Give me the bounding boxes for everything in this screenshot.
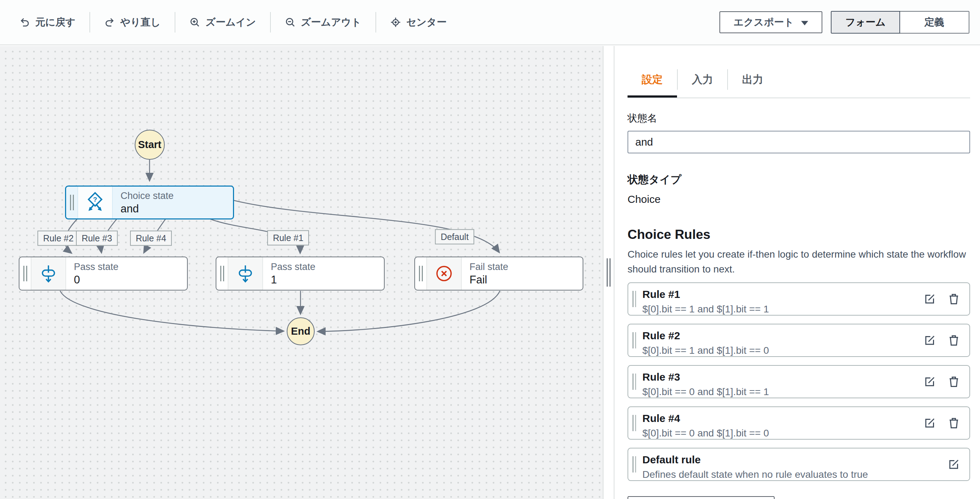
rule-name: Default rule — [643, 455, 906, 465]
start-label: Start — [138, 139, 161, 151]
edit-rule-button[interactable] — [923, 334, 936, 347]
edit-icon — [923, 417, 936, 429]
node-name: 1 — [271, 274, 315, 285]
node-type-label: Fail state — [469, 262, 508, 272]
center-button[interactable]: センター — [376, 10, 461, 35]
rule-name: Rule #4 — [643, 413, 906, 424]
rule-name: Rule #3 — [643, 372, 906, 382]
default-rule-card: Default rule Defines default state when … — [627, 448, 970, 481]
export-label: エクスポート — [733, 16, 794, 29]
view-definition-button[interactable]: 定義 — [900, 11, 969, 33]
pass-icon — [228, 257, 263, 290]
toolbar-right: エクスポート フォーム 定義 — [719, 11, 969, 33]
drag-handle[interactable] — [415, 257, 426, 290]
undo-icon — [19, 17, 30, 27]
delete-rule-button[interactable] — [948, 375, 960, 388]
tab-settings[interactable]: 設定 — [627, 62, 677, 97]
rule-condition: $[0].bit == 0 and $[1].bit == 1 — [643, 387, 906, 397]
view-toggle: フォーム 定義 — [831, 11, 969, 33]
delete-rule-button[interactable] — [948, 334, 960, 347]
zoom-out-icon — [285, 17, 296, 27]
pass-state-1-node[interactable]: Pass state 1 — [216, 257, 385, 291]
edit-icon — [948, 458, 960, 471]
state-type-value: Choice — [627, 193, 970, 205]
start-node: Start — [135, 130, 165, 160]
rule-drag-handle[interactable] — [633, 456, 636, 472]
state-name-label: 状態名 — [627, 112, 970, 125]
toolbar: 元に戻す やり直し — [0, 0, 980, 45]
caret-down-icon — [801, 17, 808, 28]
trash-icon — [948, 417, 960, 429]
state-type-label: 状態タイプ — [627, 172, 970, 187]
edit-icon — [923, 375, 936, 388]
rule-card-2: Rule #2 $[0].bit == 1 and $[1].bit == 0 — [627, 324, 970, 357]
node-type-label: Pass state — [271, 262, 315, 272]
edit-rule-button[interactable] — [923, 375, 936, 388]
edge-label-rule2: Rule #2 — [38, 231, 79, 246]
workflow-canvas[interactable]: Start End ? Choice state and — [0, 46, 603, 499]
fail-icon — [426, 257, 462, 290]
view-form-button[interactable]: フォーム — [831, 11, 900, 33]
rule-card-1: Rule #1 $[0].bit == 1 and $[1].bit == 1 — [627, 282, 970, 316]
rule-drag-handle[interactable] — [633, 373, 636, 390]
tab-input[interactable]: 入力 — [678, 62, 727, 97]
drag-handle[interactable] — [19, 257, 31, 290]
trash-icon — [948, 375, 960, 388]
redo-label: やり直し — [120, 16, 161, 29]
edge-label-rule1: Rule #1 — [267, 230, 309, 246]
rule-name: Rule #1 — [643, 289, 906, 300]
svg-text:?: ? — [93, 196, 97, 203]
edit-icon — [923, 334, 936, 347]
edit-rule-button[interactable] — [923, 292, 936, 305]
zoom-in-button[interactable]: ズームイン — [175, 10, 270, 35]
drag-handle[interactable] — [216, 257, 228, 290]
choice-rules-title: Choice Rules — [627, 227, 970, 242]
trash-icon — [948, 292, 960, 305]
redo-button[interactable]: やり直し — [90, 10, 175, 35]
zoom-out-label: ズームアウト — [301, 16, 361, 29]
edit-rule-button[interactable] — [948, 458, 960, 471]
edge-label-rule4: Rule #4 — [130, 231, 172, 246]
fail-state-node[interactable]: Fail state Fail — [414, 257, 583, 291]
splitter-drag-handle[interactable] — [607, 258, 611, 287]
end-node: End — [287, 317, 315, 345]
undo-label: 元に戻す — [35, 16, 75, 29]
redo-icon — [104, 17, 115, 27]
rule-condition: $[0].bit == 1 and $[1].bit == 1 — [643, 304, 906, 314]
edge-label-default: Default — [435, 229, 474, 245]
state-name-input[interactable] — [627, 131, 970, 153]
choice-state-node[interactable]: ? Choice state and — [65, 186, 234, 219]
delete-rule-button[interactable] — [948, 417, 960, 429]
end-label: End — [291, 326, 310, 337]
properties-panel: 設定 入力 出力 状態名 状態タイプ Choice Choice Rules C… — [614, 46, 980, 499]
rule-card-3: Rule #3 $[0].bit == 0 and $[1].bit == 1 — [627, 365, 970, 398]
zoom-in-label: ズームイン — [205, 16, 256, 29]
zoom-out-button[interactable]: ズームアウト — [271, 10, 375, 35]
rule-name: Rule #2 — [643, 331, 906, 341]
choice-rules-description: Choice rules let you create if-then logi… — [627, 247, 970, 277]
workflow-studio: 元に戻す やり直し — [0, 0, 980, 499]
edit-rule-button[interactable] — [923, 417, 936, 429]
undo-button[interactable]: 元に戻す — [19, 10, 89, 35]
rule-drag-handle[interactable] — [633, 415, 636, 431]
trash-icon — [948, 334, 960, 347]
node-name: and — [121, 203, 173, 214]
choice-icon: ? — [78, 187, 113, 218]
pass-icon — [31, 257, 66, 290]
add-choice-rule-button[interactable]: Add new choice rule — [627, 496, 775, 499]
canvas-controls: 元に戻す やり直し — [19, 10, 461, 35]
rule-condition: $[0].bit == 1 and $[1].bit == 0 — [643, 346, 906, 356]
rule-drag-handle[interactable] — [633, 332, 636, 348]
pass-state-0-node[interactable]: Pass state 0 — [19, 257, 188, 291]
export-button[interactable]: エクスポート — [719, 11, 822, 33]
center-icon — [390, 17, 401, 27]
rule-condition: $[0].bit == 0 and $[1].bit == 0 — [643, 428, 906, 438]
delete-rule-button[interactable] — [948, 292, 960, 305]
node-type-label: Choice state — [121, 191, 173, 201]
tab-output[interactable]: 出力 — [728, 62, 778, 97]
rule-description: Defines default state when no rule evalu… — [643, 470, 906, 480]
zoom-in-icon — [189, 17, 200, 27]
node-name: Fail — [469, 274, 508, 285]
drag-handle[interactable] — [66, 187, 78, 218]
rule-drag-handle[interactable] — [633, 291, 636, 307]
